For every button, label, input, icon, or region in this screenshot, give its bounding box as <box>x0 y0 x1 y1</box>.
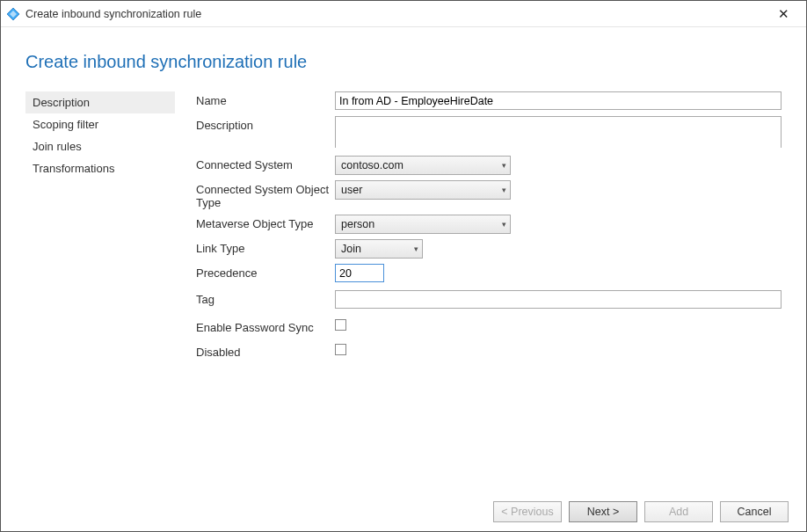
label-cs-object-type: Connected System Object Type <box>196 180 335 209</box>
title-bar: Create inbound synchronization rule ✕ <box>1 1 806 27</box>
precedence-input[interactable] <box>335 264 384 282</box>
link-type-value: Join <box>341 243 361 255</box>
content-area: Description Scoping filter Join rules Tr… <box>25 91 782 368</box>
chevron-down-icon: ▾ <box>502 161 506 170</box>
sidebar: Description Scoping filter Join rules Tr… <box>25 91 175 368</box>
app-icon <box>6 7 20 21</box>
label-tag: Tag <box>196 290 335 306</box>
row-mv-object-type: Metaverse Object Type person ▾ <box>196 215 782 234</box>
label-connected-system: Connected System <box>196 156 335 171</box>
previous-button[interactable]: < Previous <box>493 501 562 522</box>
label-name: Name <box>196 91 335 107</box>
connected-system-dropdown[interactable]: contoso.com ▾ <box>335 156 511 175</box>
link-type-dropdown[interactable]: Join ▾ <box>335 239 423 259</box>
label-description: Description <box>196 116 335 132</box>
sidebar-item-join-rules[interactable]: Join rules <box>25 135 175 157</box>
window-body: Create inbound synchronization rule Desc… <box>1 27 806 492</box>
tag-input[interactable] <box>335 290 782 309</box>
enable-password-sync-checkbox[interactable] <box>335 319 346 331</box>
disabled-checkbox[interactable] <box>335 344 346 355</box>
label-disabled: Disabled <box>196 343 335 359</box>
name-input[interactable] <box>335 91 782 110</box>
sidebar-item-scoping-filter[interactable]: Scoping filter <box>25 113 175 135</box>
form: Name Description Connected System <box>196 91 782 368</box>
mv-object-type-value: person <box>341 218 374 230</box>
label-mv-object-type: Metaverse Object Type <box>196 215 335 230</box>
row-cs-object-type: Connected System Object Type user ▾ <box>196 180 782 209</box>
row-precedence: Precedence <box>196 264 782 283</box>
add-button[interactable]: Add <box>644 501 713 522</box>
chevron-down-icon: ▾ <box>414 244 418 253</box>
next-button[interactable]: Next > <box>569 501 637 522</box>
row-disabled: Disabled <box>196 343 782 362</box>
footer: < Previous Next > Add Cancel <box>1 492 806 531</box>
cs-object-type-value: user <box>341 184 362 196</box>
row-connected-system: Connected System contoso.com ▾ <box>196 156 782 175</box>
window-title: Create inbound synchronization rule <box>25 8 766 20</box>
sidebar-item-transformations[interactable]: Transformations <box>25 157 175 179</box>
app-window: Create inbound synchronization rule ✕ Cr… <box>0 0 807 532</box>
label-link-type: Link Type <box>196 239 335 255</box>
label-enable-password-sync: Enable Password Sync <box>196 318 335 334</box>
close-button[interactable]: ✕ <box>766 6 801 22</box>
page-title: Create inbound synchronization rule <box>25 52 782 72</box>
row-description: Description <box>196 116 782 150</box>
row-tag: Tag <box>196 290 782 310</box>
row-enable-password-sync: Enable Password Sync <box>196 318 782 338</box>
sidebar-item-description[interactable]: Description <box>25 91 175 113</box>
description-input[interactable] <box>335 116 782 148</box>
label-precedence: Precedence <box>196 264 335 280</box>
cancel-button[interactable]: Cancel <box>720 501 789 522</box>
row-name: Name <box>196 91 782 111</box>
connected-system-value: contoso.com <box>341 159 404 171</box>
row-link-type: Link Type Join ▾ <box>196 239 782 259</box>
chevron-down-icon: ▾ <box>502 220 506 229</box>
mv-object-type-dropdown[interactable]: person ▾ <box>335 215 511 234</box>
cs-object-type-dropdown[interactable]: user ▾ <box>335 180 511 200</box>
chevron-down-icon: ▾ <box>502 186 506 194</box>
